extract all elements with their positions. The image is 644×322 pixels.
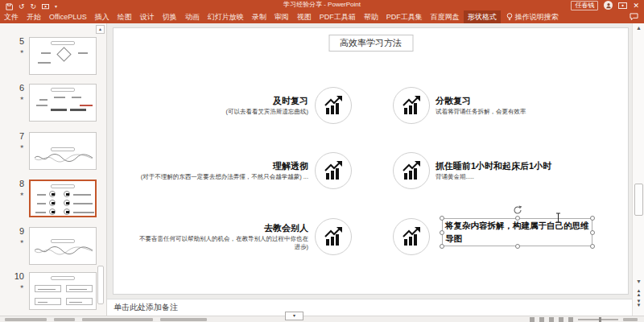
next-slide-button[interactable]: ▼▼ xyxy=(633,299,644,308)
reading-view-button[interactable] xyxy=(559,317,564,322)
tab-pdf-toolbox[interactable]: PDF工具箱 xyxy=(316,10,360,23)
item-desc: 不要吝啬任何可以帮助别人的机会，在教导别人的过程中你也在进步) xyxy=(138,235,308,251)
item-golden-hours[interactable]: 抓住睡前1小时和起床后1小时 背诵黄金期..... xyxy=(436,152,611,189)
close-window-button[interactable]: ✕ xyxy=(633,2,639,10)
tab-record[interactable]: 录制 xyxy=(248,10,270,23)
slide-number: 6 xyxy=(19,83,24,93)
item-desc: (可以去看看艾宾浩斯遗忘曲线) xyxy=(226,108,309,116)
resize-handle-n[interactable] xyxy=(515,216,520,221)
resize-handle-e[interactable] xyxy=(590,230,595,235)
tab-help[interactable]: 帮助 xyxy=(360,10,382,23)
slide-8-thumbnail-selected[interactable] xyxy=(29,180,97,217)
present-online-icon[interactable] xyxy=(618,2,627,9)
chart-circle-shape[interactable] xyxy=(393,218,430,255)
zoom-slider[interactable] xyxy=(578,319,618,320)
chart-circle-shape[interactable] xyxy=(315,87,352,124)
resize-handle-se[interactable] xyxy=(590,244,595,249)
thumbnail-scrollbar-thumb[interactable] xyxy=(97,266,104,304)
save-icon[interactable] xyxy=(6,3,13,10)
thumbnail-scroll-up-button[interactable]: ▲ xyxy=(96,25,105,34)
signed-in-user[interactable]: 任春钱 xyxy=(571,1,598,10)
slide-number: 8 xyxy=(19,179,24,188)
quick-access-toolbar: ↺ ↻ ▾ xyxy=(6,1,57,10)
tab-pdf-tools[interactable]: PDF工具集 xyxy=(382,10,427,23)
tab-home[interactable]: 开始 xyxy=(23,10,45,23)
growth-chart-icon xyxy=(323,95,344,116)
tab-file[interactable]: 文件 xyxy=(0,10,23,23)
resize-handle-w[interactable] xyxy=(440,230,444,235)
tab-review[interactable]: 审阅 xyxy=(270,10,293,23)
tab-design[interactable]: 设计 xyxy=(136,10,159,23)
zoom-percent[interactable] xyxy=(623,318,638,321)
slide-canvas[interactable]: 高效率学习方法 及时复习 (可以去看看艾宾浩斯遗忘曲线) 分散复习 试着将背诵任… xyxy=(113,27,629,295)
growth-chart-icon xyxy=(323,226,344,247)
scrollbar-thumb[interactable] xyxy=(634,184,643,216)
chart-circle-shape[interactable] xyxy=(315,152,352,189)
slide-9-thumbnail[interactable] xyxy=(29,227,97,265)
tab-baidu-netdisk[interactable]: 百度网盘 xyxy=(427,10,464,23)
animation-star-icon: ★ xyxy=(6,142,24,151)
item-distributed-review[interactable]: 分散复习 试着将背诵任务拆解，会更有效率 xyxy=(436,87,611,124)
normal-view-button[interactable] xyxy=(539,317,544,322)
slide-number: 10 xyxy=(14,271,24,281)
slideshow-view-button[interactable] xyxy=(568,317,573,322)
slide-6-thumbnail[interactable] xyxy=(29,84,97,122)
scroll-down-button[interactable]: ▼ xyxy=(633,279,644,284)
status-slide-info xyxy=(5,318,207,321)
item-thorough-understanding[interactable]: 理解透彻 (对于不理解的东西一定要去想办法弄懂，不然只会越学越蒙) ... xyxy=(138,152,308,189)
slide-10-thumbnail[interactable] xyxy=(29,272,97,310)
tell-me-label: 操作说明搜索 xyxy=(515,12,559,23)
redo-icon[interactable]: ↻ xyxy=(31,2,37,10)
growth-chart-icon xyxy=(401,226,422,247)
resize-handle-sw[interactable] xyxy=(440,244,444,249)
previous-slide-button[interactable]: ▲▲ xyxy=(633,289,644,297)
lightbulb-icon xyxy=(506,13,513,21)
customize-qat-dropdown-icon[interactable]: ▾ xyxy=(55,2,57,10)
slide-number: 7 xyxy=(19,131,24,141)
item-title: 及时复习 xyxy=(273,95,308,106)
tab-animations[interactable]: 动画 xyxy=(181,10,204,23)
tab-officeplus[interactable]: OfficePLUS xyxy=(45,10,91,23)
comments-icon[interactable] xyxy=(630,13,638,21)
user-avatar[interactable] xyxy=(604,1,613,10)
notes-splitter-dropdown-button[interactable]: ▾ xyxy=(285,312,303,320)
chart-circle-shape[interactable] xyxy=(393,152,430,189)
resize-handle-s[interactable] xyxy=(515,244,520,249)
slide-5-thumbnail[interactable] xyxy=(29,37,97,75)
slide-number: 5 xyxy=(19,36,24,46)
chart-circle-shape[interactable] xyxy=(315,218,352,255)
slide-7-thumbnail[interactable] xyxy=(29,132,97,170)
notes-pane[interactable]: 单击此处添加备注 xyxy=(107,299,632,316)
animation-star-icon: ★ xyxy=(6,237,24,246)
growth-chart-icon xyxy=(401,160,422,181)
growth-chart-icon xyxy=(323,160,344,181)
animation-star-icon: ★ xyxy=(6,47,24,56)
resize-handle-ne[interactable] xyxy=(590,216,595,221)
tab-insert[interactable]: 插入 xyxy=(91,10,114,23)
notes-placeholder: 单击此处添加备注 xyxy=(114,302,178,313)
slide-sorter-view-button[interactable] xyxy=(549,317,554,322)
tab-view[interactable]: 视图 xyxy=(293,10,316,23)
resize-handle-nw[interactable] xyxy=(440,216,444,221)
animation-star-icon: ★ xyxy=(6,189,24,199)
tab-draw[interactable]: 绘图 xyxy=(114,10,136,23)
tab-shape-format[interactable]: 形状格式 xyxy=(464,10,501,23)
item-timely-review[interactable]: 及时复习 (可以去看看艾宾浩斯遗忘曲线) xyxy=(138,87,308,124)
tell-me-search[interactable]: 操作说明搜索 xyxy=(506,12,559,23)
rotate-handle-icon[interactable] xyxy=(513,205,522,215)
undo-icon[interactable]: ↺ xyxy=(19,2,25,10)
item-teach-others[interactable]: 去教会别人 不要吝啬任何可以帮助别人的机会，在教导别人的过程中你也在进步) xyxy=(138,218,308,255)
ribbon-tab-strip: 文件 开始 OfficePLUS 插入 绘图 设计 切换 动画 幻灯片放映 录制… xyxy=(0,10,644,23)
selected-textbox-mindmap[interactable]: 将复杂内容拆解，构建属于自己的思维导图 xyxy=(442,218,592,246)
tab-slideshow[interactable]: 幻灯片放映 xyxy=(204,10,248,23)
zoom-knob[interactable] xyxy=(599,317,601,322)
item-title: 理解透彻 xyxy=(273,160,308,171)
notes-toggle-button[interactable] xyxy=(530,317,535,322)
start-slideshow-icon[interactable] xyxy=(42,4,49,10)
chart-circle-shape[interactable] xyxy=(393,87,430,124)
slide-thumbnail-panel: 5★ 6★ 7★ xyxy=(0,23,107,316)
scroll-up-button[interactable]: ▲ xyxy=(633,25,644,31)
item-desc: (对于不理解的东西一定要去想办法弄懂，不然只会越学越蒙) ... xyxy=(141,173,308,181)
slide-title-box[interactable]: 高效率学习方法 xyxy=(328,35,413,52)
tab-transitions[interactable]: 切换 xyxy=(159,10,181,23)
